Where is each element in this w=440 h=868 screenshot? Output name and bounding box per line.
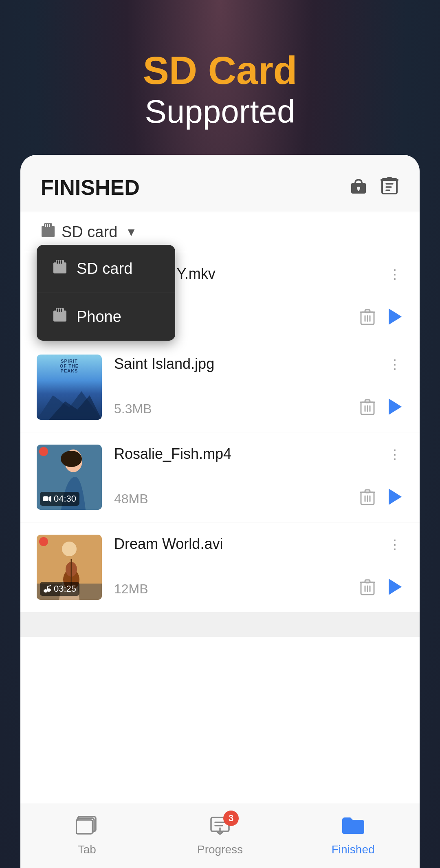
play-btn-4[interactable] xyxy=(387,578,403,600)
more-icon-3[interactable]: ⋮ xyxy=(386,445,403,464)
file-item-4: 03:25 Dream World.avi ⋮ 12MB xyxy=(20,522,420,612)
svg-point-43 xyxy=(61,451,82,467)
file-thumbnail-3: 04:30 xyxy=(37,445,102,510)
svg-rect-27 xyxy=(365,310,370,313)
duration-3: 04:30 xyxy=(40,492,79,506)
delete-list-icon[interactable] xyxy=(380,176,399,198)
file-actions-row-2: 5.3MB xyxy=(114,398,403,420)
svg-marker-40 xyxy=(389,399,402,415)
svg-rect-17 xyxy=(57,260,58,264)
svg-line-62 xyxy=(48,586,51,586)
nav-item-finished[interactable]: Finished xyxy=(286,803,420,868)
nav-item-progress[interactable]: 3 Progress xyxy=(154,803,287,868)
header-sdcard: SD Card xyxy=(0,49,440,92)
svg-rect-44 xyxy=(43,496,48,501)
sd-selector-label: SD card xyxy=(62,223,117,241)
svg-rect-9 xyxy=(387,177,392,180)
tab-icon xyxy=(76,815,97,839)
file-actions-row-3: 48MB xyxy=(114,488,403,510)
svg-rect-19 xyxy=(61,260,62,264)
bottom-nav: Tab 3 Progress Fini xyxy=(20,803,420,868)
file-name-3: Rosalie_Fish.mp4 xyxy=(114,445,386,464)
nav-label-finished: Finished xyxy=(332,843,375,856)
dropdown-item-sdcard[interactable]: SD card xyxy=(37,245,175,293)
file-thumbnail-2: SPIRITOF THEPEAKS xyxy=(37,355,102,420)
more-icon-2[interactable]: ⋮ xyxy=(386,355,403,374)
file-buttons-3 xyxy=(360,488,403,510)
dropdown-phone-label: Phone xyxy=(77,308,121,326)
dropdown-sdcard-label: SD card xyxy=(77,260,132,278)
sd-chevron-icon: ▼ xyxy=(125,226,137,239)
sd-card-icon xyxy=(41,223,55,242)
svg-marker-52 xyxy=(389,489,402,505)
svg-rect-13 xyxy=(47,224,48,227)
file-name-row-4: Dream World.avi ⋮ xyxy=(114,535,403,554)
file-item-2: SPIRITOF THEPEAKS Saint Island.jpg ⋮ 5.3… xyxy=(20,342,420,432)
file-info-2: Saint Island.jpg ⋮ 5.3MB xyxy=(102,355,403,420)
svg-marker-31 xyxy=(389,308,402,325)
card-title: FINISHED xyxy=(41,175,140,200)
svg-marker-69 xyxy=(389,579,402,595)
file-name-2: Saint Island.jpg xyxy=(114,355,386,374)
main-card: FINISHED xyxy=(20,155,420,868)
svg-rect-22 xyxy=(57,308,58,312)
delete-btn-3[interactable] xyxy=(360,489,375,509)
header: SD Card Supported xyxy=(0,0,440,156)
duration-4: 03:25 xyxy=(40,582,79,596)
svg-rect-24 xyxy=(61,308,62,312)
svg-rect-65 xyxy=(365,580,370,583)
file-item-3: 04:30 Rosalie_Fish.mp4 ⋮ 48MB xyxy=(20,432,420,522)
nav-label-tab: Tab xyxy=(78,843,96,856)
dropdown-menu: SD card Phone xyxy=(37,245,175,341)
more-icon-4[interactable]: ⋮ xyxy=(386,535,403,554)
svg-point-55 xyxy=(62,542,77,556)
play-btn-2[interactable] xyxy=(387,398,403,420)
play-btn-3[interactable] xyxy=(387,488,403,510)
svg-rect-36 xyxy=(365,400,370,403)
nav-item-tab[interactable]: Tab xyxy=(20,803,154,868)
red-dot-3 xyxy=(39,447,48,456)
svg-marker-45 xyxy=(48,496,51,502)
dropdown-phone-icon xyxy=(53,308,67,326)
file-buttons-2 xyxy=(360,398,403,420)
dropdown-item-phone[interactable]: Phone xyxy=(37,293,175,341)
file-actions-row-4: 12MB xyxy=(114,578,403,600)
svg-rect-72 xyxy=(76,820,92,834)
svg-rect-12 xyxy=(45,224,46,227)
file-size-3: 48MB xyxy=(114,491,148,507)
file-thumbnail-4: 03:25 xyxy=(37,535,102,600)
header-supported: Supported xyxy=(0,92,440,131)
dropdown-sdcard-icon xyxy=(53,260,67,278)
file-info-3: Rosalie_Fish.mp4 ⋮ 48MB xyxy=(102,445,403,510)
sd-selector-bar[interactable]: SD card ▼ SD card xyxy=(20,212,420,252)
file-buttons-4 xyxy=(360,578,403,600)
more-icon-1[interactable]: ⋮ xyxy=(386,264,403,284)
svg-rect-48 xyxy=(365,490,370,493)
finished-folder-icon xyxy=(341,815,365,839)
delete-btn-1[interactable] xyxy=(360,309,375,329)
file-info-4: Dream World.avi ⋮ 12MB xyxy=(102,535,403,600)
folder-lock-icon[interactable] xyxy=(350,176,367,198)
delete-btn-2[interactable] xyxy=(360,399,375,419)
header-icons xyxy=(350,176,399,198)
delete-btn-4[interactable] xyxy=(360,579,375,599)
svg-rect-5 xyxy=(382,179,397,194)
file-size-2: 5.3MB xyxy=(114,401,152,416)
file-size-4: 12MB xyxy=(114,582,148,597)
file-name-4: Dream World.avi xyxy=(114,535,386,554)
nav-label-progress: Progress xyxy=(197,843,243,856)
red-dot-4 xyxy=(39,537,48,546)
svg-rect-14 xyxy=(49,224,50,227)
play-btn-1[interactable] xyxy=(387,308,403,330)
card-header: FINISHED xyxy=(20,155,420,212)
progress-badge: 3 xyxy=(223,811,239,826)
file-buttons-1 xyxy=(360,308,403,330)
file-name-row-3: Rosalie_Fish.mp4 ⋮ xyxy=(114,445,403,464)
file-name-row-2: Saint Island.jpg ⋮ xyxy=(114,355,403,374)
svg-rect-3 xyxy=(358,188,359,191)
svg-rect-18 xyxy=(59,260,60,264)
svg-rect-23 xyxy=(59,308,60,312)
